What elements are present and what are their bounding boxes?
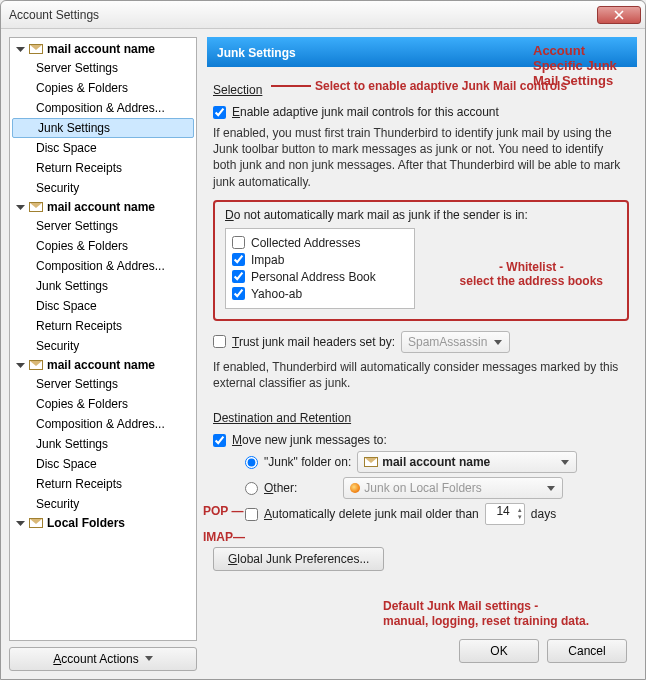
trust-classifier-select[interactable]: SpamAssassin — [401, 331, 510, 353]
tree-account-header[interactable]: mail account name — [10, 40, 196, 58]
window-title: Account Settings — [9, 8, 597, 22]
sidebar: mail account nameServer SettingsCopies &… — [9, 37, 197, 671]
mail-icon — [364, 457, 378, 467]
account-tree[interactable]: mail account nameServer SettingsCopies &… — [9, 37, 197, 641]
tree-item[interactable]: Junk Settings — [10, 434, 196, 454]
tree-item[interactable]: Server Settings — [10, 374, 196, 394]
tree-item[interactable]: Return Receipts — [10, 158, 196, 178]
tree-item[interactable]: Junk Settings — [10, 276, 196, 296]
global-junk-prefs-button[interactable]: Global Junk Preferences... — [213, 547, 384, 571]
chevron-down-icon — [145, 656, 153, 662]
mail-icon — [29, 44, 43, 54]
whitelist-item-label: Collected Addresses — [251, 236, 360, 250]
trust-headers-checkbox[interactable] — [213, 335, 226, 348]
tree-item[interactable]: Copies & Folders — [10, 236, 196, 256]
close-icon — [614, 10, 624, 20]
tree-item[interactable]: Security — [10, 336, 196, 356]
other-folder-radio[interactable] — [245, 482, 258, 495]
tree-account-header[interactable]: mail account name — [10, 198, 196, 216]
tree-item[interactable]: Security — [10, 178, 196, 198]
annotation-line — [271, 85, 311, 87]
tree-item[interactable]: Return Receipts — [10, 474, 196, 494]
move-junk-checkbox[interactable] — [213, 434, 226, 447]
tree-item[interactable]: Composition & Addres... — [10, 256, 196, 276]
junk-settings-header: Junk Settings — [207, 37, 637, 67]
tree-item[interactable]: Composition & Addres... — [10, 98, 196, 118]
annotation-whitelist: - Whitelist - select the address books — [460, 260, 603, 288]
annotation-selection: Select to enable adaptive Junk Mail cont… — [315, 79, 567, 93]
tree-item[interactable]: Security — [10, 494, 196, 514]
trust-headers-label: Trust junk mail headers set by: — [232, 335, 395, 349]
expand-icon — [16, 519, 25, 528]
cancel-button[interactable]: Cancel — [547, 639, 627, 663]
expand-icon — [16, 203, 25, 212]
auto-delete-checkbox[interactable] — [245, 508, 258, 521]
trust-description: If enabled, Thunderbird will automatical… — [213, 359, 629, 391]
tree-item[interactable]: Server Settings — [10, 216, 196, 236]
whitelist-item-label: Personal Address Book — [251, 270, 376, 284]
tree-account-header[interactable]: mail account name — [10, 356, 196, 374]
tree-item[interactable]: Junk Settings — [12, 118, 194, 138]
dialog-footer: OK Cancel — [459, 639, 627, 663]
expand-icon — [16, 361, 25, 370]
junk-folder-label: "Junk" folder on: — [264, 455, 351, 469]
whitelist-item-label: Yahoo-ab — [251, 287, 302, 301]
tree-account-header[interactable]: Local Folders — [10, 514, 196, 532]
mail-icon — [29, 518, 43, 528]
auto-delete-label: Automatically delete junk mail older tha… — [264, 507, 479, 521]
junk-icon — [350, 483, 360, 493]
tree-item[interactable]: Composition & Addres... — [10, 414, 196, 434]
adaptive-description: If enabled, you must first train Thunder… — [213, 125, 629, 190]
whitelist-item-checkbox[interactable] — [232, 270, 245, 283]
tree-item[interactable]: Disc Space — [10, 454, 196, 474]
whitelist-item-checkbox[interactable] — [232, 253, 245, 266]
whitelist-item-checkbox[interactable] — [232, 287, 245, 300]
content-pane: Junk Settings Account Specific Junk Mail… — [207, 37, 637, 671]
enable-adaptive-label: Enable adaptive junk mail controls for t… — [232, 105, 499, 119]
annotation-imap: IMAP— — [203, 530, 245, 544]
tree-item[interactable]: Copies & Folders — [10, 394, 196, 414]
enable-adaptive-checkbox[interactable] — [213, 106, 226, 119]
whitelist-item-checkbox[interactable] — [232, 236, 245, 249]
annotation-global: Default Junk Mail settings - manual, log… — [383, 599, 589, 629]
other-folder-label: Other: — [264, 481, 297, 495]
tree-item[interactable]: Server Settings — [10, 58, 196, 78]
junk-folder-account-select[interactable]: mail account name — [357, 451, 577, 473]
auto-delete-days-input[interactable]: 14 — [485, 503, 525, 525]
whitelist-group: Do not automatically mark mail as junk i… — [213, 200, 629, 321]
section-selection: Selection — [213, 83, 262, 97]
section-destination: Destination and Retention — [213, 411, 351, 425]
settings-window: Account Settings mail account nameServer… — [0, 0, 646, 680]
other-folder-select[interactable]: Junk on Local Folders — [343, 477, 563, 499]
close-button[interactable] — [597, 6, 641, 24]
junk-folder-radio[interactable] — [245, 456, 258, 469]
titlebar: Account Settings — [1, 1, 645, 29]
whitelist-heading: Do not automatically mark mail as junk i… — [225, 208, 617, 222]
tree-item[interactable]: Return Receipts — [10, 316, 196, 336]
mail-icon — [29, 202, 43, 212]
tree-item[interactable]: Disc Space — [10, 296, 196, 316]
mail-icon — [29, 360, 43, 370]
move-junk-label: Move new junk messages to: — [232, 433, 387, 447]
ok-button[interactable]: OK — [459, 639, 539, 663]
tree-item[interactable]: Disc Space — [10, 138, 196, 158]
expand-icon — [16, 45, 25, 54]
whitelist-list[interactable]: Collected Addresses Impab Personal Addre… — [225, 228, 415, 309]
whitelist-item-label: Impab — [251, 253, 284, 267]
tree-item[interactable]: Copies & Folders — [10, 78, 196, 98]
account-actions-button[interactable]: Account Actions — [9, 647, 197, 671]
days-label: days — [531, 507, 556, 521]
